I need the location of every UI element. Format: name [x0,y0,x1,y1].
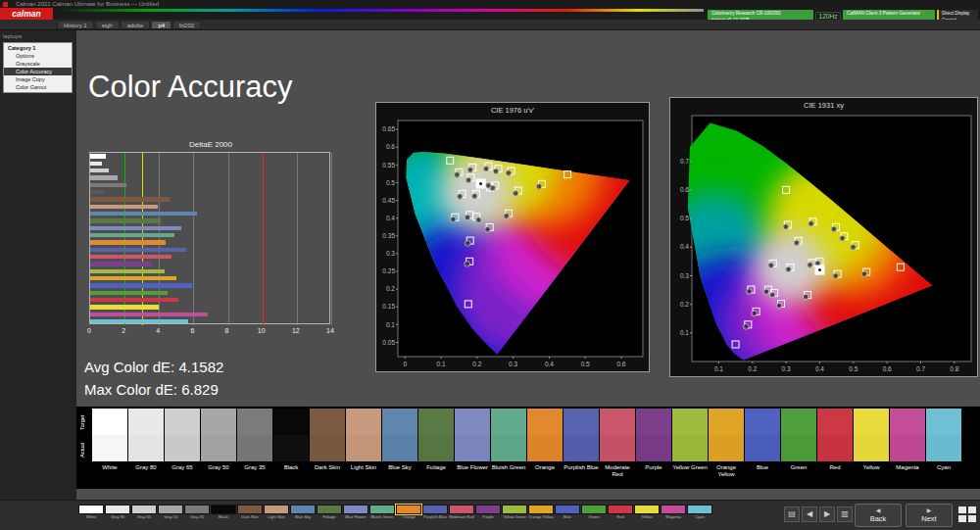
mini-swatch-bluish-green[interactable]: Bluish Green [369,505,395,520]
target-swatch[interactable] [346,409,381,435]
thumbnail-square[interactable] [968,506,976,513]
sidebar-item-options[interactable]: Options [4,52,72,60]
mini-swatch-gray-35[interactable]: Gray 35 [184,505,210,520]
mini-swatch-gray-80[interactable]: Gray 80 [105,505,130,520]
mini-swatch-blue-sky[interactable]: Blue Sky [290,505,316,520]
mini-swatch-yellow-green[interactable]: Yellow Green [502,505,527,520]
actual-swatch[interactable] [564,435,599,461]
tab-history-1[interactable]: History 1 [57,21,94,29]
target-swatch[interactable] [817,409,853,435]
actual-swatch[interactable] [237,435,272,461]
forward-icon[interactable]: ▶ [819,506,835,522]
actual-swatch[interactable] [926,435,961,461]
target-swatch[interactable] [128,409,164,435]
layout-pattern-icon[interactable]: ▥ [837,506,853,522]
sidebar-item-color-gamut[interactable]: Color Gamut [4,83,72,91]
target-swatch[interactable] [201,409,236,435]
actual-swatch[interactable] [346,435,381,461]
next-button[interactable]: ▶ Next [906,504,953,527]
target-swatch[interactable] [890,409,925,435]
mini-swatch-gray-65[interactable]: Gray 65 [131,505,157,520]
mini-swatch-dark-skin[interactable]: Dark Skin [237,505,263,520]
mini-swatch-blue-flower[interactable]: Blue Flower [343,505,368,520]
thumbnail-square[interactable] [958,515,966,522]
actual-swatch[interactable] [310,435,345,461]
swatch-column-purple: Purple [636,409,671,485]
mini-swatch-orange[interactable]: Orange [396,505,421,520]
tab-list: History 1sighadobep4bt202 [57,21,201,29]
target-swatch[interactable] [781,409,816,435]
mini-swatch-black[interactable]: Black [211,505,236,520]
tab-sigh[interactable]: sigh [95,21,120,29]
actual-swatch[interactable] [382,435,417,461]
target-swatch[interactable] [237,409,272,435]
actual-swatch[interactable] [600,435,635,461]
delta-e-bar-magenta [90,313,208,317]
mini-swatch-red[interactable]: Red [608,505,633,520]
mini-swatch-cyan[interactable]: Cyan [687,505,712,520]
target-swatch[interactable] [92,409,127,435]
thumbnail-square[interactable] [958,506,966,513]
target-swatch[interactable] [491,409,526,435]
target-swatch[interactable] [854,409,889,435]
target-swatch[interactable] [636,409,671,435]
actual-swatch[interactable] [854,435,889,461]
mini-swatch-label: Blue Flower [343,514,368,520]
target-swatch[interactable] [672,409,708,435]
actual-swatch[interactable] [455,435,490,461]
actual-swatch[interactable] [418,435,454,461]
target-swatch[interactable] [455,409,490,435]
actual-swatch[interactable] [636,435,671,461]
actual-swatch[interactable] [709,435,744,461]
actual-swatch[interactable] [890,435,925,461]
mini-swatch-foliage[interactable]: Foliage [317,505,342,520]
tab-p4[interactable]: p4 [151,21,172,29]
mini-swatch-green[interactable]: Green [581,505,607,520]
actual-swatch[interactable] [128,435,164,461]
actual-swatch[interactable] [745,435,780,461]
actual-swatch[interactable] [781,435,816,461]
mini-swatch-white[interactable]: White [78,505,104,520]
sidebar-category[interactable]: Category 1 [4,44,72,52]
mini-swatch-orange-yellow[interactable]: Orange Yellow [528,505,554,520]
actual-swatch[interactable] [527,435,563,461]
actual-swatch[interactable] [201,435,236,461]
target-swatch[interactable] [310,409,345,435]
sidebar-item-image-copy[interactable]: Image Copy [4,75,72,83]
grid-pattern-icon[interactable]: ▤ [784,506,800,522]
mini-swatch-gray-50[interactable]: Gray 50 [158,505,183,520]
actual-swatch[interactable] [165,435,200,461]
target-swatch[interactable] [273,409,309,435]
target-swatch[interactable] [600,409,635,435]
mini-swatch-light-skin[interactable]: Light Skin [264,505,289,520]
target-swatch[interactable] [564,409,599,435]
mini-swatch-blue[interactable]: Blue [555,505,580,520]
tab-bt202[interactable]: bt202 [172,21,201,29]
actual-swatch[interactable] [817,435,853,461]
mini-swatch-purplish-blue[interactable]: Purplish Blue [422,505,448,520]
actual-swatch[interactable] [672,435,708,461]
mini-swatch-moderate-red[interactable]: Moderate Red [449,505,474,520]
actual-swatch[interactable] [92,435,127,461]
tab-adobe[interactable]: adobe [121,21,151,29]
thumbnail-square[interactable] [968,515,976,522]
mini-swatch-yellow[interactable]: Yellow [634,505,660,520]
target-swatch[interactable] [165,409,200,435]
actual-swatch[interactable] [491,435,526,461]
target-swatch[interactable] [926,409,961,435]
sidebar-item-color-accuracy[interactable]: Color Accuracy [4,68,72,75]
target-swatch[interactable] [418,409,454,435]
target-swatch[interactable] [745,409,780,435]
target-swatch[interactable] [382,409,417,435]
sidebar-item-grayscale[interactable]: Grayscale [4,60,72,68]
swatch-label: Purplish Blue [564,461,599,485]
mini-swatch-magenta[interactable]: Magenta [661,505,686,520]
target-swatch[interactable] [709,409,744,435]
actual-swatch[interactable] [273,435,309,461]
previous-icon[interactable]: ◀ [802,506,817,522]
axis-tick-label: 10 [256,327,268,334]
back-button[interactable]: ◀ Back [855,504,902,527]
delta-e-bar-red [90,298,178,303]
target-swatch[interactable] [527,409,563,435]
mini-swatch-purple[interactable]: Purple [475,505,501,520]
